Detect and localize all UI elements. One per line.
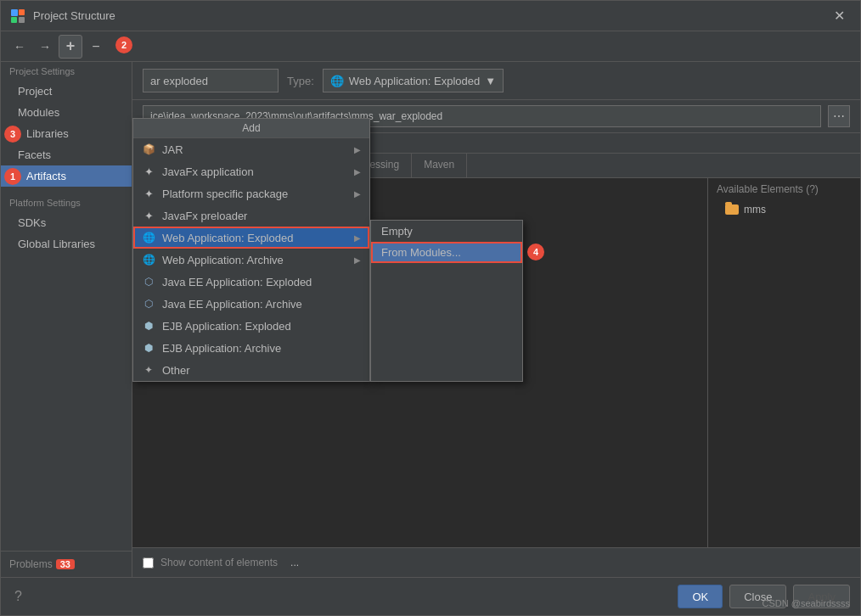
type-value: Web Application: Exploded [349, 75, 480, 87]
project-settings-header: Project Settings [1, 62, 132, 81]
svg-rect-2 [11, 17, 17, 23]
window-title: Project Structure [33, 9, 827, 22]
other-icon: ✦ [142, 363, 155, 377]
platform-settings-header: Platform Settings [1, 193, 132, 212]
folder-icon [725, 204, 739, 215]
sidebar-item-artifacts[interactable]: 1 Artifacts [1, 165, 132, 187]
main-content: Project Settings Project Modules 3 Libra… [1, 62, 860, 577]
web-archive-icon: 🌐 [142, 253, 155, 266]
add-button[interactable]: + [59, 35, 82, 59]
available-item-mms[interactable]: mms [708, 200, 860, 219]
dropdown-header: Add [133, 119, 369, 138]
type-dropdown[interactable]: 🌐 Web Application: Exploded ▼ [323, 69, 504, 92]
available-panel: Available Elements (?) mms [707, 178, 860, 547]
dropdown-item-other[interactable]: ✦ Other [133, 359, 369, 381]
artifact-name-input[interactable] [143, 69, 279, 92]
sidebar-item-modules[interactable]: Modules [1, 102, 132, 123]
back-button[interactable]: ← [8, 35, 31, 59]
platform-icon: ✦ [142, 187, 155, 200]
problems-label: Problems [9, 558, 53, 570]
dropdown-item-javafx-preloader[interactable]: ✦ JavaFx preloader [133, 204, 369, 227]
problems-badge: 33 [56, 559, 75, 569]
show-content-label: Show content of elements [160, 557, 278, 568]
type-icon: 🌐 [330, 75, 344, 87]
add-dropdown: Add 📦 JAR ▶ ✦ JavaFx application ▶ ✦ Pla… [132, 118, 523, 382]
sidebar-item-libraries[interactable]: 3 Libraries [1, 123, 132, 144]
arrow-icon-web-exploded: ▶ [354, 233, 361, 243]
annotation-4: 4 [527, 244, 544, 260]
jee-exploded-icon: ⬡ [142, 275, 155, 288]
submenu-item-empty[interactable]: Empty [371, 221, 522, 242]
arrow-icon-web-archive: ▶ [354, 255, 361, 265]
remove-button[interactable]: − [84, 35, 108, 59]
dropdown-item-platform[interactable]: ✦ Platform specific package ▶ [133, 182, 369, 204]
javafx-icon: ✦ [142, 165, 155, 178]
dropdown-item-javafx[interactable]: ✦ JavaFx application ▶ [133, 160, 369, 182]
javafx-preloader-icon: ✦ [142, 209, 155, 222]
annotation-1: 1 [4, 168, 21, 185]
dropdown-item-jee-archive[interactable]: ⬡ Java EE Application: Archive [133, 293, 369, 315]
svg-rect-3 [19, 17, 25, 23]
submenu-item-from-modules[interactable]: 4 From Modules... [371, 242, 522, 263]
jee-archive-icon: ⬡ [142, 297, 155, 311]
web-exploded-icon: 🌐 [142, 231, 155, 244]
dropdown-item-web-exploded[interactable]: 🌐 Web Application: Exploded ▶ [133, 227, 369, 249]
title-bar: Project Structure ✕ [1, 1, 860, 31]
bottom-bar: Show content of elements ... [132, 547, 860, 577]
help-button[interactable]: ? [11, 585, 25, 608]
type-label: Type: [287, 75, 314, 87]
dropdown-item-jee-exploded[interactable]: ⬡ Java EE Application: Exploded [133, 271, 369, 293]
sidebar-item-sdks[interactable]: SDKs [1, 212, 132, 233]
svg-rect-0 [11, 9, 18, 16]
annotation-2: 2 [115, 36, 132, 53]
sidebar-item-global-libs[interactable]: Global Libraries [1, 233, 132, 255]
sidebar-item-project[interactable]: Project [1, 81, 132, 102]
dropdown-item-ejb-archive[interactable]: ⬢ EJB Application: Archive [133, 337, 369, 359]
submenu: Empty 4 From Modules... [370, 220, 523, 382]
dropdown-item-ejb-exploded[interactable]: ⬢ EJB Application: Exploded [133, 315, 369, 337]
toolbar: ← → + − ⧉ 2 [1, 31, 860, 62]
app-icon [9, 8, 26, 25]
dropdown-item-web-archive[interactable]: 🌐 Web Application: Archive ▶ [133, 249, 369, 271]
action-buttons: ? OK Close Apply [1, 577, 860, 615]
dropdown-arrow-icon: ▼ [485, 75, 496, 87]
watermark: CSDN @seabirdssss [763, 598, 850, 608]
artifact-header: Type: 🌐 Web Application: Exploded ▼ [132, 62, 860, 100]
sidebar: Project Settings Project Modules 3 Libra… [1, 62, 132, 577]
show-content-checkbox[interactable] [143, 557, 154, 568]
forward-button[interactable]: → [33, 35, 57, 59]
dropdown-item-jar[interactable]: 📦 JAR ▶ [133, 138, 369, 160]
dropdown-menu-main: Add 📦 JAR ▶ ✦ JavaFx application ▶ ✦ Pla… [132, 118, 370, 382]
ejb-exploded-icon: ⬢ [142, 319, 155, 333]
arrow-icon-javafx: ▶ [354, 167, 361, 176]
available-header: Available Elements (?) [708, 178, 860, 200]
browse-button[interactable]: ⋯ [828, 105, 850, 127]
close-button[interactable]: ✕ [827, 4, 852, 27]
annotation-3: 3 [4, 126, 21, 143]
arrow-icon-jar: ▶ [354, 145, 361, 154]
content-options-button[interactable]: ... [284, 553, 305, 572]
arrow-icon-platform: ▶ [354, 189, 361, 199]
ejb-archive-icon: ⬢ [142, 341, 155, 355]
jar-icon: 📦 [142, 143, 155, 156]
svg-rect-1 [19, 9, 25, 15]
ok-button[interactable]: OK [678, 585, 723, 608]
sidebar-item-facets[interactable]: Facets [1, 144, 132, 165]
